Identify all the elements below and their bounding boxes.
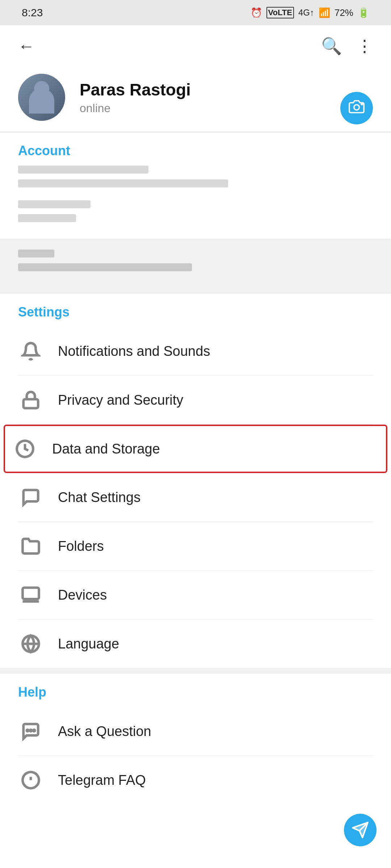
search-button[interactable]: 🔍 (321, 36, 342, 56)
globe-icon (18, 631, 43, 656)
chat-settings-label: Chat Settings (58, 490, 140, 505)
battery-icon: 🔋 (358, 7, 369, 18)
menu-item-faq[interactable]: Telegram FAQ (18, 756, 373, 804)
privacy-label: Privacy and Security (58, 392, 183, 408)
account-info-2 (18, 179, 228, 187)
avatar[interactable] (18, 74, 65, 121)
speech-bubble-icon (18, 719, 43, 744)
section-divider-1 (0, 288, 391, 294)
status-icons: ⏰ VoLTE 4G↑ 📶 72% 🔋 (251, 7, 369, 18)
account-label: Account (18, 143, 373, 158)
data-storage-label: Data and Storage (52, 441, 160, 457)
folder-icon (18, 533, 43, 559)
svg-point-11 (27, 730, 29, 732)
telegram-icon (351, 821, 369, 839)
back-button[interactable]: ← (18, 36, 35, 56)
info-icon (18, 767, 43, 793)
battery-percentage: 72% (335, 7, 353, 18)
chat-icon (18, 485, 43, 510)
help-section: Help Ask a Question Telegram FAQ (0, 674, 391, 804)
volte-icon: VoLTE (266, 7, 294, 18)
laptop-icon (18, 582, 43, 608)
top-bar-actions: 🔍 ⋮ (321, 36, 373, 56)
menu-item-folders[interactable]: Folders (18, 522, 373, 571)
menu-item-devices[interactable]: Devices (18, 571, 373, 620)
arrow-annotation (387, 433, 391, 465)
account-extra-section (0, 239, 391, 288)
lock-icon (18, 387, 43, 413)
profile-name: Paras Rastogi (80, 80, 191, 99)
svg-point-0 (354, 105, 360, 110)
account-section: Account (0, 132, 391, 239)
section-divider-2 (0, 668, 391, 674)
extra-info-1 (18, 250, 54, 258)
bell-icon (18, 339, 43, 364)
alarm-icon: ⏰ (251, 7, 262, 18)
account-info-1 (18, 166, 148, 174)
menu-item-chat[interactable]: Chat Settings (18, 473, 373, 522)
avatar-image (18, 74, 65, 121)
menu-item-privacy[interactable]: Privacy and Security (18, 376, 373, 425)
svg-rect-4 (24, 399, 38, 408)
more-options-button[interactable]: ⋮ (356, 36, 373, 56)
network-4g-icon: 4G↑ (298, 8, 314, 18)
svg-point-12 (30, 730, 32, 732)
profile-status: online (80, 102, 191, 115)
profile-section: Paras Rastogi online (0, 67, 391, 132)
telegram-fab[interactable] (344, 814, 377, 846)
menu-item-data-storage[interactable]: Data and Storage (4, 425, 387, 473)
menu-item-notifications[interactable]: Notifications and Sounds (18, 327, 373, 376)
data-clock-icon (12, 436, 38, 461)
menu-item-language[interactable]: Language (18, 620, 373, 668)
devices-label: Devices (58, 587, 107, 603)
settings-section: Settings Notifications and Sounds Privac… (0, 294, 391, 668)
signal-icon: 📶 (319, 7, 330, 18)
top-bar: ← 🔍 ⋮ (0, 25, 391, 67)
account-info-4 (18, 214, 76, 222)
help-label: Help (18, 674, 373, 700)
notifications-label: Notifications and Sounds (58, 344, 210, 359)
profile-info: Paras Rastogi online (80, 80, 191, 115)
svg-point-13 (33, 730, 35, 732)
extra-info-2 (18, 263, 192, 271)
language-label: Language (58, 636, 119, 652)
faq-label: Telegram FAQ (58, 773, 146, 788)
status-time: 8:23 (22, 7, 43, 19)
menu-item-ask-question[interactable]: Ask a Question (18, 707, 373, 756)
status-bar: 8:23 ⏰ VoLTE 4G↑ 📶 72% 🔋 (0, 0, 391, 25)
camera-fab-button[interactable] (340, 92, 373, 124)
camera-icon (349, 99, 365, 118)
folders-label: Folders (58, 539, 104, 554)
account-info-3 (18, 200, 91, 208)
svg-rect-7 (23, 588, 39, 599)
settings-label: Settings (18, 305, 373, 320)
ask-question-label: Ask a Question (58, 724, 151, 739)
